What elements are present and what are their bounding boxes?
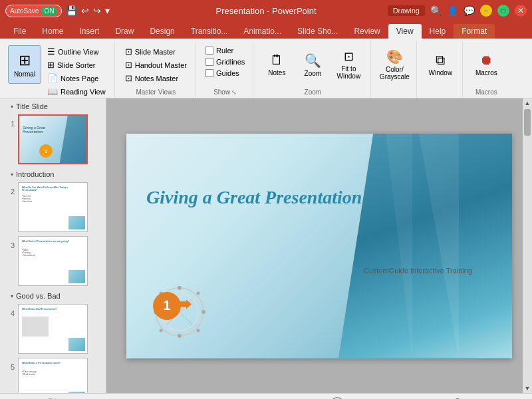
comments-status-button[interactable]: 💬 — [329, 396, 345, 400]
slide-sorter-button[interactable]: ⊞ Slide Sorter — [44, 59, 109, 71]
slide-number-1: 1 — [5, 114, 15, 128]
tab-draw[interactable]: Draw — [107, 24, 142, 39]
slide-master-button[interactable]: ⊡ Slide Master — [122, 45, 190, 58]
slide-thumb-container-3[interactable]: What Kind of Presentations are we giving… — [18, 236, 88, 286]
normal-button[interactable]: ⊞ Normal — [8, 45, 41, 84]
slide-item-2[interactable]: 2 What Do You Want To Know After Today's… — [0, 180, 106, 234]
show-label: Show ⤡ — [203, 87, 247, 98]
scrollbar-thumb[interactable] — [524, 109, 531, 136]
tab-file[interactable]: File — [5, 24, 34, 39]
section-title-slide[interactable]: ▾ Title Slide — [0, 98, 106, 112]
thumb-content-5: • Clear message• Good visuals — [22, 370, 84, 376]
slide-thumb-container-1[interactable]: Giving a GreatPresentation 1 — [18, 114, 88, 164]
handout-master-button[interactable]: ⊡ Handout Master — [122, 59, 190, 71]
notes-status-button[interactable]: △ Notes — [291, 396, 326, 400]
notes-master-button[interactable]: ⊡ Notes Master — [122, 72, 190, 84]
comments-icon[interactable]: 💬 — [464, 5, 475, 16]
save-icon[interactable]: 💾 — [66, 5, 77, 16]
customize-icon[interactable]: ▾ — [105, 5, 110, 16]
tab-help[interactable]: Help — [422, 24, 454, 39]
notes-zoom-label: Notes — [268, 69, 285, 76]
tab-insert[interactable]: Insert — [71, 24, 107, 39]
macros-label: Macros — [475, 69, 497, 76]
slide-item-4[interactable]: 4 What Makes Bad Presentation? — [0, 302, 106, 356]
notes-page-icon: 📄 — [47, 73, 58, 83]
presentation-view-status[interactable]: ▷ — [394, 397, 404, 400]
tab-format[interactable]: Format — [454, 24, 495, 39]
svg-point-2 — [178, 286, 182, 290]
fit-window-status[interactable]: ⊡ — [515, 397, 527, 400]
slide-thumb-3: What Kind of Presentations are we giving… — [19, 237, 87, 285]
notes-page-button[interactable]: 📄 Notes Page — [44, 72, 109, 84]
slide-item-3[interactable]: 3 What Kind of Presentations are we givi… — [0, 234, 106, 288]
redo-icon[interactable]: ↪ — [93, 5, 101, 16]
tab-transitions[interactable]: Transitio... — [183, 24, 236, 39]
thumb-img-4 — [22, 317, 49, 336]
handout-master-icon: ⊡ — [125, 60, 132, 70]
section-good-bad[interactable]: ▾ Good vs. Bad — [0, 288, 106, 302]
group-zoom-content: 🗒 Notes 🔍 Zoom ⊡ Fit to Window — [260, 43, 365, 87]
thumb-accent-3 — [68, 270, 85, 283]
maximize-button[interactable]: □ — [497, 5, 509, 17]
canvas-scrollbar: ▲ ▼ — [523, 98, 532, 393]
show-expand-icon[interactable]: ⤡ — [231, 89, 237, 96]
color-icon: 🎨 — [386, 49, 403, 65]
window-button[interactable]: ⧉ Window — [424, 45, 457, 84]
slide-sorter-icon: ⊞ — [47, 60, 55, 70]
slide-thumb-container-2[interactable]: What Do You Want To Know After Today's P… — [18, 182, 88, 232]
color-label: Color/Grayscale — [380, 66, 410, 80]
minimize-button[interactable]: − — [480, 5, 492, 17]
gridlines-checkbox[interactable]: Gridlines — [203, 57, 247, 67]
show-checkboxes: Ruler Gridlines Guides — [203, 45, 247, 78]
tab-animations[interactable]: Animatio... — [235, 24, 289, 39]
search-ribbon-icon[interactable]: 🔍 — [430, 5, 442, 16]
ruler-checkbox[interactable]: Ruler — [203, 45, 247, 56]
section-introduction[interactable]: ▾ Introduction — [0, 166, 106, 180]
slide-canvas: Giving a Great Presentation CustomGuide … — [126, 134, 512, 358]
notes-zoom-button[interactable]: 🗒 Notes — [260, 45, 293, 84]
group-window: ⧉ Window — [418, 41, 463, 98]
ribbon: ⊞ Normal ☰ Outline View ⊞ Slide Sorter 📄… — [0, 39, 532, 98]
fit-to-window-label: Fit to Window — [334, 65, 363, 80]
slide-item-5[interactable]: 5 What Makes a Presentation Good? • Clea… — [0, 356, 106, 393]
window-label: Window — [429, 69, 453, 76]
sorter-view-status[interactable]: ⊟ — [364, 397, 376, 400]
group-color-content: 🎨 Color/Grayscale — [378, 43, 411, 87]
tab-home[interactable]: Home — [34, 24, 71, 39]
normal-view-status[interactable]: ⊞ — [349, 397, 360, 400]
group-show-content: Ruler Gridlines Guides — [203, 43, 247, 87]
slide-thumb-1: Giving a GreatPresentation 1 — [19, 116, 86, 163]
tab-design[interactable]: Design — [142, 24, 182, 39]
slide-thumb-2: What Do You Want To Know After Today's P… — [19, 183, 87, 231]
svg-point-3 — [201, 310, 205, 314]
zoom-button[interactable]: 🔍 Zoom — [296, 45, 329, 84]
thumb-logo-1: 1 — [39, 144, 53, 158]
macros-button[interactable]: ⏺ Macros — [469, 45, 503, 84]
tab-view[interactable]: View — [388, 24, 422, 39]
slide-thumb-container-4[interactable]: What Makes Bad Presentation? — [18, 304, 88, 354]
reading-view-button[interactable]: 📖 Reading View — [44, 85, 109, 98]
tab-review[interactable]: Review — [346, 24, 388, 39]
thumb-accent-2 — [68, 216, 85, 229]
outline-view-button[interactable]: ☰ Outline View — [44, 45, 109, 58]
scroll-down-button[interactable]: ▼ — [523, 384, 532, 393]
share-icon[interactable]: 👤 — [447, 5, 458, 16]
thumb-title-1: Giving a GreatPresentation — [23, 126, 45, 134]
autosave-toggle[interactable]: AutoSave ON — [5, 5, 62, 17]
color-grayscale-button[interactable]: 🎨 Color/Grayscale — [378, 45, 411, 84]
scroll-up-button[interactable]: ▲ — [523, 98, 532, 108]
title-bar-left: AutoSave ON 💾 ↩ ↪ ▾ — [5, 5, 110, 17]
slide-thumb-container-5[interactable]: What Makes a Presentation Good? • Clear … — [18, 358, 88, 393]
guides-checkbox[interactable]: Guides — [203, 68, 247, 78]
tab-slideshow[interactable]: Slide Sho... — [289, 24, 346, 39]
app-title: Presentation - PowerPoint — [215, 6, 316, 16]
fit-to-window-button[interactable]: ⊡ Fit to Window — [332, 45, 365, 84]
close-button[interactable]: ✕ — [515, 5, 527, 17]
slide-item-1[interactable]: 1 Giving a GreatPresentation 1 — [0, 112, 106, 166]
thumb-content-2: • Item one• Item two• Item three — [22, 195, 84, 203]
thumb-title-3: What Kind of Presentations are we giving… — [22, 240, 84, 243]
gridlines-label: Gridlines — [216, 58, 245, 66]
color-group-label — [378, 87, 411, 98]
undo-icon[interactable]: ↩ — [81, 5, 89, 16]
reading-view-label: Reading View — [61, 88, 106, 96]
